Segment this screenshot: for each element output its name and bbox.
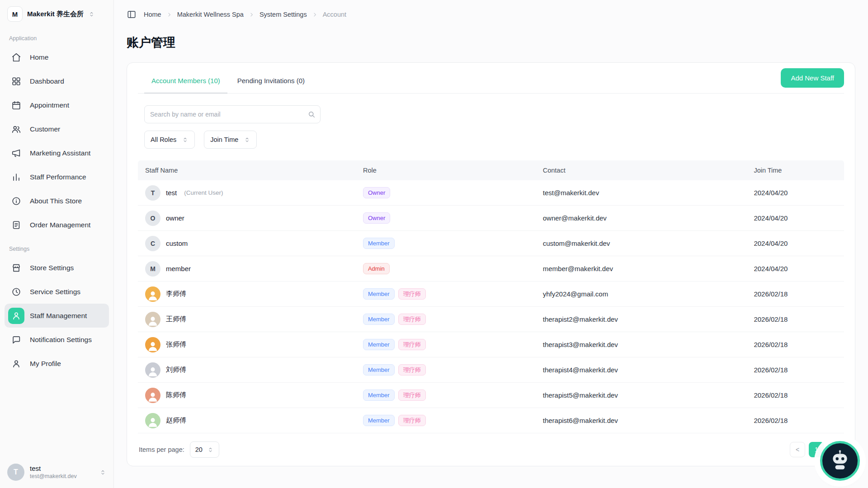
sidebar-section-label: Settings: [9, 246, 104, 252]
sort-filter-select[interactable]: Join Time: [204, 131, 257, 149]
page-title: 账户管理: [127, 34, 868, 51]
search-box: [144, 105, 321, 123]
sidebar-item-home[interactable]: Home: [5, 45, 109, 69]
sidebar-item-dashboard[interactable]: Dashboard: [5, 69, 109, 93]
search-input[interactable]: [144, 105, 321, 123]
user-email: test@makerkit.dev: [30, 473, 77, 480]
role-badge-member: Member: [363, 339, 395, 351]
role-badge-therapist: 理疗师: [398, 415, 426, 427]
staff-name-cell: 王师傅: [145, 312, 363, 327]
role-badge-member: Member: [363, 364, 395, 376]
role-badge-therapist: 理疗师: [398, 339, 426, 351]
items-per-page-value: 20: [195, 446, 203, 453]
staff-icon: [8, 308, 24, 324]
table-row[interactable]: 张师傅Member理疗师therapist3@makerkit.dev2026/…: [138, 332, 844, 357]
table-row[interactable]: 陈师傅Member理疗师therapist5@makerkit.dev2026/…: [138, 383, 844, 408]
breadcrumb-item-system-settings[interactable]: System Settings: [259, 11, 307, 18]
user-name: test: [30, 465, 77, 473]
join-date: 2026/02/18: [754, 417, 837, 424]
chevron-updown-icon[interactable]: [88, 11, 95, 18]
user-meta: test test@makerkit.dev: [30, 465, 77, 480]
column-header-role: Role: [363, 167, 543, 174]
user-menu[interactable]: T test test@makerkit.dev: [0, 456, 113, 488]
table-row[interactable]: CcustomMembercustom@makerkit.dev2024/04/…: [138, 231, 844, 256]
role-badge-member: Member: [363, 238, 395, 249]
sidebar-item-label: Service Settings: [30, 288, 80, 296]
sidebar-nav: ApplicationHomeDashboardAppointmentCusto…: [0, 26, 113, 456]
join-date: 2026/02/18: [754, 290, 837, 298]
breadcrumb-item-makerkit-wellness-spa[interactable]: Makerkit Wellness Spa: [177, 11, 244, 18]
sidebar-item-label: Customer: [30, 125, 60, 133]
table-row[interactable]: Ttest(Current User)Ownertest@makerkit.de…: [138, 180, 844, 206]
sidebar-item-staff-management[interactable]: Staff Management: [5, 304, 109, 328]
sidebar-item-order-management[interactable]: Order Management: [5, 213, 109, 237]
notifications-bell-button[interactable]: [99, 9, 107, 19]
staff-name-cell: Mmember: [145, 261, 363, 277]
sidebar-item-notification-settings[interactable]: Notification Settings: [5, 328, 109, 352]
chat-widget-button[interactable]: [820, 441, 860, 481]
contact-email: yhfy2024@gmail.com: [543, 290, 754, 298]
sidebar-item-label: Home: [30, 53, 48, 61]
role-badge-therapist: 理疗师: [398, 288, 426, 300]
letter-avatar: M: [145, 261, 160, 277]
sidebar-item-label: My Profile: [30, 360, 61, 368]
prev-page-button[interactable]: <: [790, 442, 805, 457]
sidebar-item-label: Order Management: [30, 221, 90, 229]
sidebar-item-label: Appointment: [30, 101, 69, 109]
contact-email: owner@makerkit.dev: [543, 214, 754, 222]
join-date: 2026/02/18: [754, 315, 837, 323]
app-root: M Makerkit 养生会所 ApplicationHomeDashboard…: [0, 0, 868, 488]
sidebar-item-service-settings[interactable]: Service Settings: [5, 280, 109, 304]
sidebar-item-store-settings[interactable]: Store Settings: [5, 256, 109, 280]
sidebar-item-my-profile[interactable]: My Profile: [5, 352, 109, 375]
join-date: 2024/04/20: [754, 189, 837, 197]
staff-name-cell: Ttest(Current User): [145, 185, 363, 201]
filters: All Roles Join Time: [144, 105, 844, 149]
topbar: HomeMakerkit Wellness SpaSystem Settings…: [114, 0, 868, 29]
chevron-updown-icon: [207, 446, 214, 453]
sidebar-item-appointment[interactable]: Appointment: [5, 93, 109, 117]
table-row[interactable]: 刘师傅Member理疗师therapist4@makerkit.dev2026/…: [138, 357, 844, 383]
main-content: HomeMakerkit Wellness SpaSystem Settings…: [114, 0, 868, 488]
chevron-updown-icon: [182, 136, 189, 143]
column-header-staff-name: Staff Name: [145, 167, 363, 174]
items-per-page-label: Items per page:: [139, 446, 184, 453]
table-row[interactable]: MmemberAdminmember@makerkit.dev2024/04/2…: [138, 256, 844, 282]
table-row[interactable]: 李师傅Member理疗师yhfy2024@gmail.com2026/02/18: [138, 282, 844, 307]
role-badge-member: Member: [363, 389, 395, 401]
table-row[interactable]: OownerOwnerowner@makerkit.dev2024/04/20: [138, 206, 844, 231]
sidebar-item-label: Notification Settings: [30, 336, 92, 344]
table-row[interactable]: 赵师傅Member理疗师therapist6@makerkit.dev2026/…: [138, 408, 844, 433]
staff-name-cell: 陈师傅: [145, 388, 363, 403]
role-cell: Member: [363, 238, 543, 249]
card-header: Account Members (10)Pending Invitations …: [138, 68, 844, 94]
sidebar-item-about-this-store[interactable]: About This Store: [5, 189, 109, 213]
role-cell: Owner: [363, 187, 543, 199]
tab-account-members[interactable]: Account Members (10): [144, 69, 227, 94]
sidebar-toggle-icon[interactable]: [127, 9, 137, 19]
join-date: 2026/02/18: [754, 366, 837, 374]
customers-icon: [8, 121, 24, 137]
table-row[interactable]: 王师傅Member理疗师therapist2@makerkit.dev2026/…: [138, 307, 844, 332]
letter-avatar: O: [145, 211, 160, 226]
breadcrumb-item-home[interactable]: Home: [144, 11, 161, 18]
sidebar-item-marketing-assistant[interactable]: Marketing Assistant: [5, 141, 109, 165]
role-cell: Member理疗师: [363, 389, 543, 401]
sidebar-item-staff-performance[interactable]: Staff Performance: [5, 165, 109, 189]
join-date: 2024/04/20: [754, 214, 837, 222]
add-new-staff-button[interactable]: Add New Staff: [781, 68, 844, 88]
workspace-name[interactable]: Makerkit 养生会所: [27, 10, 84, 19]
megaphone-icon: [8, 145, 24, 161]
user-icon: [8, 356, 24, 372]
staff-card: Account Members (10)Pending Invitations …: [127, 62, 855, 466]
sidebar-item-customer[interactable]: Customer: [5, 117, 109, 141]
tab-pending-invitations[interactable]: Pending Invitations (0): [230, 69, 312, 94]
role-filter-select[interactable]: All Roles: [144, 131, 195, 149]
staff-name-cell: Ccustom: [145, 236, 363, 251]
staff-name: owner: [166, 214, 184, 222]
staff-name-cell: 刘师傅: [145, 362, 363, 378]
column-header-contact: Contact: [543, 167, 754, 174]
items-per-page-select[interactable]: 20: [190, 441, 219, 458]
photo-avatar: [145, 337, 160, 352]
role-badge-therapist: 理疗师: [398, 389, 426, 401]
